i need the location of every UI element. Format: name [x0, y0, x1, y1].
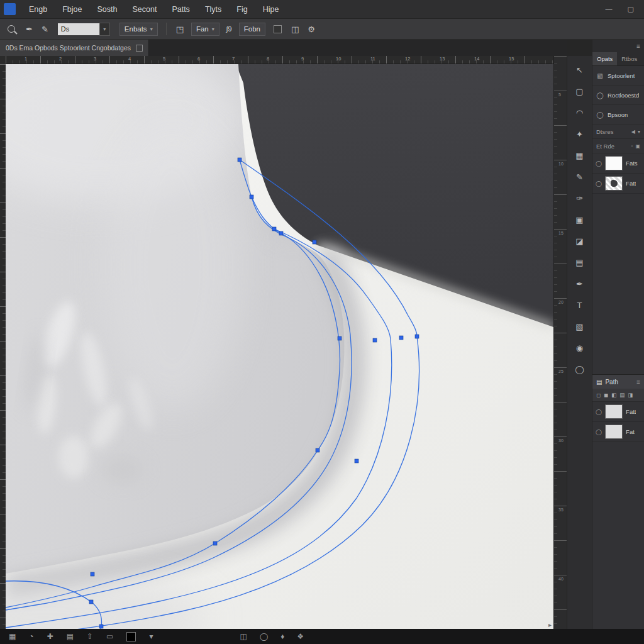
menu-item-tlyts[interactable]: Tlyts	[197, 5, 229, 14]
presets-menu-icon[interactable]: ▾	[638, 129, 640, 135]
horizontal-ruler[interactable]: 123456789101112131415	[6, 56, 553, 64]
path-anchor-point[interactable]	[355, 459, 358, 463]
hand-tool-icon[interactable]: ◉	[571, 339, 589, 357]
canvas-image[interactable]	[6, 64, 553, 629]
brush-tool-icon[interactable]: ✑	[571, 189, 589, 207]
visibility-icon[interactable]: ◯	[596, 160, 602, 167]
shape-tool-icon[interactable]: ▧	[571, 318, 589, 335]
path-combine-icon[interactable]: ◧	[611, 392, 616, 398]
crop-tool-icon[interactable]: ▦	[571, 147, 589, 164]
panel-icon[interactable]: ▤	[67, 632, 74, 641]
path-row[interactable]: ◯Fat	[592, 422, 644, 442]
path-stroke-icon[interactable]: ◼	[604, 392, 608, 398]
path-anchor-point[interactable]	[316, 448, 319, 452]
path-anchor-point[interactable]	[272, 227, 276, 231]
panel-toggle-icon[interactable]: ◫	[287, 25, 303, 34]
path-anchor-point[interactable]	[313, 240, 316, 244]
grid-icon[interactable]: ▦	[9, 632, 16, 641]
layer-label: Fatt	[626, 180, 636, 187]
path-row[interactable]: ◯Fatt	[592, 402, 644, 422]
grid-small-icon[interactable]: ▫	[631, 143, 633, 149]
preset-field[interactable]: Ds	[58, 23, 99, 35]
menu-item-engb[interactable]: Engb	[21, 5, 55, 14]
eyedropper-tool-icon[interactable]: ✎	[571, 168, 589, 186]
document-tab[interactable]: 0Ds Ema Opbods Sptoorlent Cngobdatges	[0, 40, 149, 56]
visibility-icon[interactable]: ◯	[596, 429, 602, 435]
clone-stamp-tool-icon[interactable]: ▣	[571, 211, 589, 228]
etrde-row[interactable]: Et Rde ▫▣	[592, 139, 644, 153]
visibility-icon[interactable]: ◯	[596, 409, 602, 415]
visibility-icon[interactable]: ◯	[596, 180, 602, 187]
vertical-ruler-left[interactable]	[0, 64, 6, 629]
menu-item-secont[interactable]: Secont	[125, 5, 164, 14]
path-anchor-point[interactable]	[415, 335, 419, 338]
lasso-tool-icon[interactable]: ◠	[571, 104, 589, 121]
maximize-button[interactable]: ▢	[628, 5, 634, 13]
anchor-icon[interactable]: ♦	[280, 632, 284, 641]
path-anchor-point[interactable]	[213, 541, 217, 545]
path-arrange-icon[interactable]: ◨	[628, 392, 633, 398]
path-align-icon[interactable]: ▤	[619, 392, 625, 398]
layer-row[interactable]: ◯Fatt	[592, 174, 644, 194]
scroll-right-icon[interactable]: ▸	[548, 621, 552, 628]
path-panel-header[interactable]: ▤ Path ≡	[592, 374, 644, 389]
menu-item-sosth[interactable]: Sosth	[89, 5, 125, 14]
upload-icon[interactable]: ⇧	[87, 632, 93, 641]
layer-row[interactable]: ◯Fats	[592, 153, 644, 174]
path-anchor-point[interactable]	[338, 336, 341, 340]
path-anchor-point[interactable]	[373, 338, 377, 342]
history-icon[interactable]: ◔	[29, 632, 33, 641]
roctlooestd-row[interactable]: ◯Roctlooestd	[592, 86, 644, 105]
fobn-dropdown[interactable]: Fobn	[239, 23, 265, 36]
path-anchor-point[interactable]	[89, 600, 93, 604]
menu-item-hipe[interactable]: Hipe	[255, 5, 287, 14]
preset-caret-icon[interactable]: ▾	[99, 23, 110, 36]
navigator-icon[interactable]: ❖	[297, 632, 304, 641]
options-checkbox[interactable]	[274, 25, 282, 33]
menu-item-fbjoe[interactable]: Fbjoe	[55, 5, 89, 14]
presets-row[interactable]: Dtsres ◀▾	[592, 125, 644, 139]
grid-large-icon[interactable]: ▣	[635, 143, 640, 149]
path-anchor-point[interactable]	[399, 336, 403, 340]
zoom-tool-icon[interactable]: ◯	[571, 360, 589, 378]
type-tool-icon[interactable]: T	[571, 296, 589, 314]
gradient-tool-icon[interactable]: ▤	[571, 253, 589, 271]
circle-icon[interactable]: ◯	[260, 632, 268, 641]
zoom-icon[interactable]	[8, 25, 15, 33]
minimize-button[interactable]: —	[606, 5, 613, 13]
path-anchor-point[interactable]	[99, 625, 103, 628]
eraser-tool-icon[interactable]: ◪	[571, 232, 589, 250]
caret-icon[interactable]: ▾	[149, 632, 153, 641]
menu-item-fig[interactable]: Fig	[229, 5, 255, 14]
marquee-tool-icon[interactable]: ▢	[571, 82, 589, 100]
artboard-icon[interactable]: ◫	[240, 632, 247, 641]
path-fill-icon[interactable]: ◻	[596, 392, 601, 398]
tab-close-icon[interactable]	[136, 45, 143, 52]
move-icon[interactable]: ✚	[47, 632, 53, 641]
eyedropper-icon[interactable]: ✎	[37, 25, 53, 34]
path-anchor-point[interactable]	[279, 231, 283, 235]
shape-mode-icon[interactable]: ◳	[172, 25, 188, 34]
path-anchor-point[interactable]	[250, 195, 253, 199]
enbats-dropdown[interactable]: Enbats▾	[119, 23, 158, 36]
sptoorlent-row[interactable]: ▧Sptoorlent	[592, 66, 644, 86]
path-anchor-point[interactable]	[238, 158, 242, 162]
canvas[interactable]: ▸	[6, 64, 553, 629]
tab-rtbos[interactable]: Rtbos	[617, 52, 641, 65]
fg-color-swatch[interactable]	[126, 632, 136, 641]
path-anchor-point[interactable]	[91, 572, 94, 576]
gear-icon[interactable]: ⚙	[303, 25, 319, 34]
move-tool-icon[interactable]: ↖	[571, 61, 589, 79]
fan-dropdown[interactable]: Fan▾	[191, 23, 219, 36]
collapse-left-icon[interactable]: ◀	[631, 129, 635, 135]
pen-icon[interactable]: ✒	[21, 25, 37, 34]
path-panel-menu-icon[interactable]: ≡	[636, 379, 640, 386]
vertical-ruler-right[interactable]: 510152025303540	[553, 56, 567, 629]
frame-icon[interactable]: ▭	[106, 632, 113, 641]
bpsoon-row[interactable]: ◯Bpsoon	[592, 105, 644, 125]
pen-tool-icon[interactable]: ✒	[571, 275, 589, 292]
quick-select-tool-icon[interactable]: ✦	[571, 125, 589, 143]
menu-item-patts[interactable]: Patts	[164, 5, 197, 14]
tab-opats[interactable]: Opats	[592, 52, 617, 65]
panel-menu-icon[interactable]: ≡	[636, 43, 640, 50]
